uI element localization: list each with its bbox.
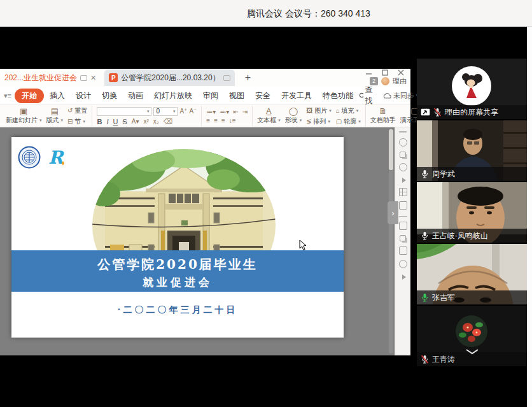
properties-icon[interactable] xyxy=(399,138,407,146)
clear-format-icon[interactable]: ⌫ xyxy=(164,118,172,125)
slide-title-banner[interactable]: 公管学院2020届毕业生 就业促进会 xyxy=(11,250,344,292)
slide-group: ▣ 新建幻灯片▾ ▤ 版式▾ ↺重置 ⊟节▾ xyxy=(1,106,92,126)
chart-panel-icon[interactable] xyxy=(399,201,407,210)
mic-on-icon xyxy=(421,169,429,178)
tab-close-icon[interactable]: ✕ xyxy=(90,74,96,82)
ribbon-tab-animation[interactable]: 动画 xyxy=(123,89,148,103)
slide-date-area[interactable]: ·二〇二〇年三月二十日 xyxy=(11,292,344,338)
align-right-icon[interactable]: ≡ xyxy=(221,117,225,124)
expand-panel-button[interactable]: › xyxy=(388,201,398,224)
audio-icon[interactable] xyxy=(402,275,406,280)
image-doc-icon[interactable] xyxy=(399,222,407,230)
ribbon-tab-special[interactable]: 特色功能 xyxy=(318,89,358,103)
search-icon xyxy=(359,92,363,99)
filter-settings-icon[interactable] xyxy=(399,216,407,217)
play-icon[interactable] xyxy=(402,178,406,183)
bold-button[interactable]: B xyxy=(97,118,102,125)
wps-presentation-icon: P xyxy=(109,73,118,82)
collapse-videos-button[interactable] xyxy=(465,346,479,357)
reset-button[interactable]: ↺重置 xyxy=(67,106,87,115)
cartoon-girl-avatar xyxy=(459,71,484,101)
superscript-icon[interactable]: x² xyxy=(143,118,148,125)
media-icon[interactable] xyxy=(399,260,407,268)
subscript-icon[interactable]: x₂ xyxy=(153,118,159,125)
vertical-scrollbar[interactable] xyxy=(389,129,393,353)
participant-label: 王占岐-凤鸣岐山 xyxy=(417,229,527,243)
ribbon-tab-security[interactable]: 安全 xyxy=(250,89,276,103)
ribbon-find[interactable]: 查找 xyxy=(359,85,375,106)
comment-panel-icon[interactable] xyxy=(399,246,407,255)
shrink-font-icon[interactable]: A⁻ xyxy=(189,108,197,115)
text-box-button[interactable]: A̲ 文本框▾ xyxy=(257,107,281,125)
video-tile-2[interactable]: 周学武 xyxy=(417,120,527,181)
layout-icon: ▤ xyxy=(51,107,59,115)
mic-muted-icon xyxy=(421,355,429,364)
indent-icon[interactable]: ⇥ xyxy=(242,108,248,115)
section-button[interactable]: ⊟节▾ xyxy=(67,117,87,126)
ribbon-tab-review[interactable]: 审阅 xyxy=(198,89,223,103)
video-tile-sharer[interactable]: 理由的屏幕共享 xyxy=(417,59,527,119)
contact-icon[interactable] xyxy=(399,163,407,171)
font-size-select[interactable]: 0▾ xyxy=(153,107,178,116)
layout-grid-icon[interactable] xyxy=(399,188,407,196)
ribbon-tab-devtools[interactable]: 开发工具 xyxy=(276,89,317,103)
new-slide-button[interactable]: ▣ 新建幻灯片▾ xyxy=(6,107,42,125)
close-icon[interactable] xyxy=(398,69,404,76)
account-avatar xyxy=(381,77,389,85)
college-letter-logo: R xyxy=(47,146,66,168)
grow-font-icon[interactable]: A⁺ xyxy=(179,108,187,115)
strikethrough-button[interactable]: S xyxy=(122,118,127,125)
doc-assistant-button[interactable]: 🗎 文档助手 xyxy=(370,107,396,125)
line-spacing-icon[interactable]: ↕≡ xyxy=(229,117,236,124)
participant-label: 周学武 xyxy=(417,167,527,181)
font-color-icon[interactable]: A▾ xyxy=(132,118,139,125)
video-tile-3[interactable]: 王占岐-凤鸣岐山 xyxy=(417,182,527,243)
shapes-button[interactable]: ◯ 形状▾ xyxy=(285,107,302,125)
document-tab-2-active[interactable]: P 公管学院2020届...20.03.20） xyxy=(104,69,234,86)
participant-name: 周学武 xyxy=(432,169,455,180)
selection-pane-icon[interactable] xyxy=(400,152,406,158)
underline-button[interactable]: U xyxy=(113,118,118,125)
italic-button[interactable]: I xyxy=(106,118,108,125)
align-left-icon[interactable]: ≡ xyxy=(206,117,210,124)
cloud-icon xyxy=(383,93,391,99)
ribbon-tab-design[interactable]: 设计 xyxy=(71,89,96,103)
mic-muted-icon xyxy=(433,108,442,117)
ribbon-tab-transition[interactable]: 切换 xyxy=(97,89,122,103)
video-tile-4[interactable]: 张吉军 xyxy=(417,244,527,304)
new-tab-button[interactable]: + xyxy=(245,72,251,83)
sharer-avatar xyxy=(452,66,491,106)
paragraph-group: ≔▾ ≕▾ ⇤ ⇥ ≡ ≡ ≡ ↕≡ xyxy=(202,106,253,126)
participant-name: 张吉军 xyxy=(432,292,455,303)
slide-logos[interactable]: R xyxy=(18,146,66,169)
ribbon-tab-home[interactable]: 开始 xyxy=(15,89,44,103)
align-center-icon[interactable]: ≡ xyxy=(214,117,218,124)
menu-burger-icon[interactable]: ▾≡ xyxy=(4,92,11,100)
picture-button[interactable]: 🖾图片▾ xyxy=(306,106,332,115)
ribbon-tab-insert[interactable]: 插入 xyxy=(45,89,70,103)
minimize-icon[interactable] xyxy=(366,69,372,76)
export-icon[interactable] xyxy=(400,235,406,241)
document-tab-1[interactable]: 202...业生就业促进会 ✕ xyxy=(0,69,101,86)
arrange-button[interactable]: ≶排列▾ xyxy=(306,117,332,126)
slide-canvas[interactable]: R xyxy=(11,137,344,338)
bullets-icon[interactable]: ≔▾ xyxy=(206,108,216,115)
font-group: ▾ 0▾ A⁺ A⁻ B I U S A▾ x² x₂ xyxy=(92,106,202,126)
sync-status-button[interactable]: 未同步▾ xyxy=(383,91,419,101)
font-family-select[interactable]: ▾ xyxy=(97,107,151,116)
fill-button[interactable]: ⌂填充▾ xyxy=(336,106,361,115)
outdent-icon[interactable]: ⇤ xyxy=(233,108,238,115)
ribbon-tab-view[interactable]: 视图 xyxy=(224,89,249,103)
maximize-icon[interactable] xyxy=(382,69,388,76)
account-block[interactable]: 2 理由 xyxy=(370,76,407,86)
window-controls-block: 2 理由 xyxy=(366,69,407,86)
sidebar-handle-icon[interactable] xyxy=(399,131,407,133)
outline-button[interactable]: ▢轮廓▾ xyxy=(336,117,361,126)
numbering-icon[interactable]: ≕▾ xyxy=(220,108,229,115)
ribbon-tab-slideshow[interactable]: 幻灯片放映 xyxy=(149,89,197,103)
notification-badge: 2 xyxy=(370,77,378,85)
video-tile-5[interactable]: 王青涛 xyxy=(417,306,527,366)
mouse-cursor xyxy=(299,239,307,253)
scrollbar-thumb[interactable] xyxy=(389,129,393,170)
layout-button[interactable]: ▤ 版式▾ xyxy=(46,107,64,125)
